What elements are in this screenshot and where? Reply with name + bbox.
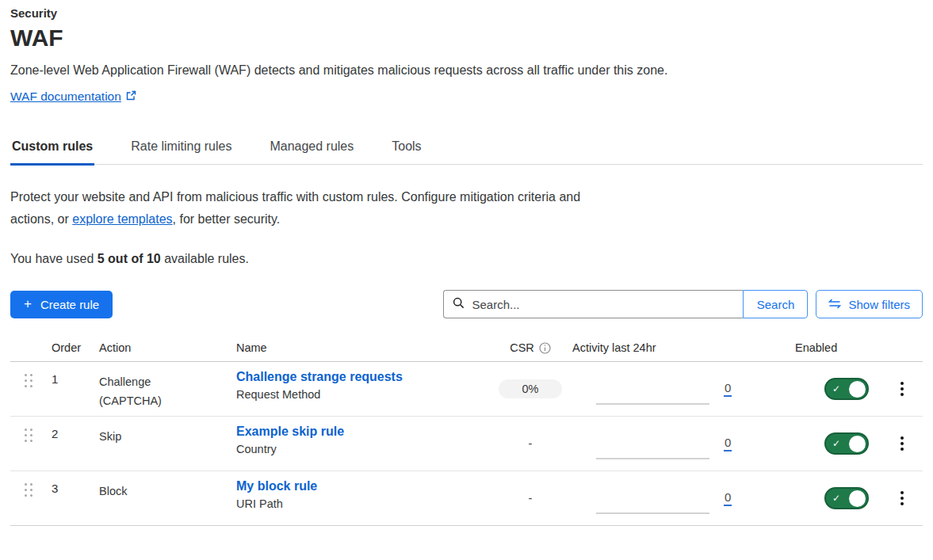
column-header-order: Order <box>47 341 94 354</box>
page-description: Zone-level Web Application Firewall (WAF… <box>10 63 923 78</box>
rule-name-link[interactable]: Challenge strange requests <box>236 370 403 383</box>
usage-prefix: You have used <box>10 252 98 265</box>
create-rule-label: Create rule <box>40 298 99 311</box>
table-header-row: Order Action Name CSR Activity last 24hr… <box>10 337 923 362</box>
column-header-action: Action <box>94 341 231 354</box>
show-filters-label: Show filters <box>848 298 910 311</box>
rule-expression: URI Path <box>236 497 493 510</box>
drag-handle-icon[interactable] <box>25 429 34 442</box>
csr-value: - <box>529 492 533 505</box>
tab-managed-rules[interactable]: Managed rules <box>268 131 355 166</box>
rule-name-link[interactable]: Example skip rule <box>236 425 344 438</box>
rule-expression: Request Method <box>236 388 493 401</box>
plus-icon: + <box>24 296 32 312</box>
row-handle-cell <box>10 471 47 497</box>
page-title: WAF <box>10 25 923 51</box>
table-row: 1 Challenge (CAPTCHA) Challenge strange … <box>10 362 923 417</box>
search-icon <box>453 297 465 312</box>
table-row: 3 Block My block rule URI Path - 0 ✓ <box>10 471 923 526</box>
rules-table: Order Action Name CSR Activity last 24hr… <box>10 337 923 526</box>
rule-enabled-cell: ✓ <box>790 432 881 455</box>
activity-count-link[interactable]: 0 <box>724 381 732 397</box>
row-handle-cell <box>10 362 47 387</box>
tab-tools[interactable]: Tools <box>390 131 423 166</box>
rule-order: 3 <box>47 471 94 495</box>
rule-activity-cell: 0 <box>568 417 790 470</box>
column-header-csr: CSR <box>493 341 568 354</box>
rule-order: 1 <box>47 362 94 386</box>
tab-bar: Custom rules Rate limiting rules Managed… <box>10 131 923 165</box>
csr-header-label: CSR <box>510 341 534 354</box>
csr-value: - <box>529 437 533 450</box>
rule-enabled-cell: ✓ <box>790 378 881 400</box>
toggle-check-icon: ✓ <box>832 439 840 448</box>
swap-arrows-icon <box>828 298 841 311</box>
intro-text-after: , for better security. <box>173 212 281 226</box>
activity-sparkline <box>596 403 709 405</box>
column-header-activity: Activity last 24hr <box>568 341 790 354</box>
enabled-toggle[interactable]: ✓ <box>824 378 869 400</box>
rule-action: Skip <box>94 417 174 446</box>
rule-expression: Country <box>236 443 493 455</box>
show-filters-button[interactable]: Show filters <box>816 290 923 318</box>
rule-csr-cell: 0% <box>493 379 568 398</box>
rules-usage: You have used 5 out of 10 available rule… <box>10 252 923 266</box>
toggle-check-icon: ✓ <box>832 493 840 503</box>
breadcrumb: Security <box>10 6 923 20</box>
usage-suffix: available rules. <box>161 252 249 265</box>
search-button[interactable]: Search <box>743 290 808 318</box>
kebab-menu-icon[interactable] <box>896 432 908 455</box>
activity-sparkline <box>596 458 709 459</box>
waf-documentation-link[interactable]: WAF documentation <box>10 90 136 104</box>
tab-rate-limiting-rules[interactable]: Rate limiting rules <box>129 131 233 166</box>
rule-name-cell: Example skip rule Country <box>231 417 493 455</box>
toggle-check-icon: ✓ <box>832 384 840 394</box>
search-input[interactable] <box>472 298 734 311</box>
toggle-knob <box>849 490 866 507</box>
rule-order: 2 <box>47 417 94 440</box>
search-group: Search Show filters <box>443 290 923 318</box>
enabled-toggle[interactable]: ✓ <box>824 487 869 509</box>
column-header-name: Name <box>231 341 493 354</box>
kebab-menu-icon[interactable] <box>896 377 908 401</box>
waf-page: Security WAF Zone-level Web Application … <box>0 0 933 526</box>
create-rule-button[interactable]: + Create rule <box>10 291 113 318</box>
rule-name-link[interactable]: My block rule <box>236 479 317 493</box>
section-intro: Protect your website and API from malici… <box>10 186 593 230</box>
toggle-knob <box>849 436 866 452</box>
column-header-enabled: Enabled <box>790 341 881 354</box>
rule-csr-cell: - <box>493 492 568 505</box>
kebab-menu-icon[interactable] <box>896 486 908 510</box>
toolbar: + Create rule Search <box>10 290 923 318</box>
csr-badge: 0% <box>499 379 562 398</box>
doc-link-label: WAF documentation <box>10 90 121 104</box>
usage-count: 5 out of 10 <box>98 252 161 265</box>
search-box <box>443 290 743 318</box>
tab-custom-rules[interactable]: Custom rules <box>10 131 94 166</box>
rule-csr-cell: - <box>493 437 568 450</box>
rule-enabled-cell: ✓ <box>790 487 881 509</box>
rule-name-cell: My block rule URI Path <box>231 471 493 510</box>
rule-activity-cell: 0 <box>568 362 790 416</box>
csr-info-icon[interactable] <box>539 342 551 354</box>
enabled-toggle[interactable]: ✓ <box>824 432 869 455</box>
explore-templates-link[interactable]: explore templates <box>72 212 172 226</box>
toggle-knob <box>849 381 866 398</box>
row-handle-cell <box>10 417 47 442</box>
table-row: 2 Skip Example skip rule Country - 0 ✓ <box>10 417 923 471</box>
rule-action: Block <box>94 471 174 501</box>
drag-handle-icon[interactable] <box>25 483 34 497</box>
activity-count-link[interactable]: 0 <box>724 490 732 506</box>
rule-action: Challenge (CAPTCHA) <box>94 362 174 410</box>
activity-count-link[interactable]: 0 <box>724 436 732 451</box>
external-link-icon <box>126 90 136 104</box>
drag-handle-icon[interactable] <box>25 374 34 387</box>
rule-activity-cell: 0 <box>568 471 790 525</box>
activity-sparkline <box>596 512 709 514</box>
rule-name-cell: Challenge strange requests Request Metho… <box>231 362 493 401</box>
